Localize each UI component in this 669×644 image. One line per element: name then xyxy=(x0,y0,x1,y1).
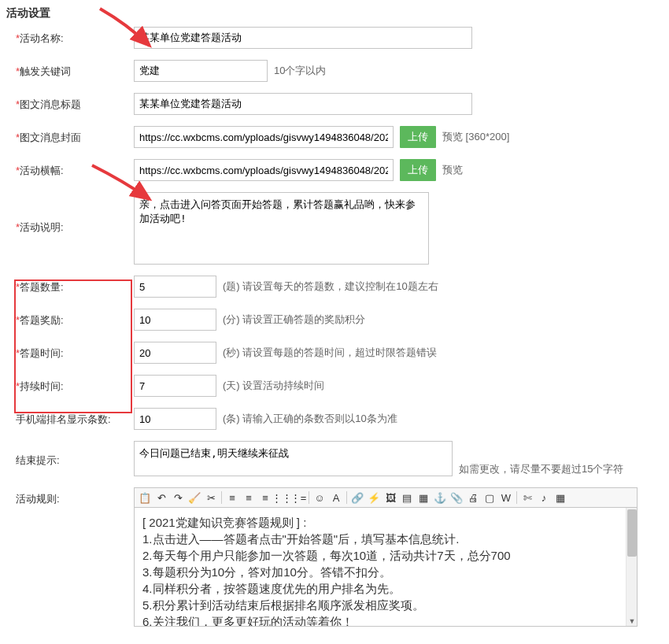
activity-name-label: *活动名称: xyxy=(16,27,134,46)
music-icon[interactable]: ♪ xyxy=(537,490,551,505)
rule-line: 4.同样积分者，按答题速度优先的用户排名为先。 xyxy=(142,580,629,597)
article-cover-upload-button[interactable]: 上传 xyxy=(400,126,436,148)
template-icon[interactable]: ▢ xyxy=(482,490,497,505)
activity-desc-textarea[interactable] xyxy=(134,192,429,265)
trigger-keyword-hint: 10个字以内 xyxy=(274,64,326,78)
article-cover-input[interactable] xyxy=(134,126,394,148)
anchor-icon[interactable]: ⚓ xyxy=(433,490,447,505)
print-icon[interactable]: 🖨 xyxy=(466,490,480,505)
forecolor-icon[interactable]: A xyxy=(329,490,343,505)
editor-body[interactable]: [ 2021党建知识竞赛答题规则 ] :1.点击进入——答题者点击"开始答题"后… xyxy=(135,508,637,626)
editor-toolbar: 📋↶↷🧹✂≡≡≡⋮⋮⋮=☺A🔗⚡🖼▤▦⚓📎🖨▢W✄♪▦ xyxy=(135,488,637,508)
activity-banner-upload-button[interactable]: 上传 xyxy=(400,159,436,181)
align-left-icon[interactable]: ≡ xyxy=(225,490,239,505)
question-time-input[interactable] xyxy=(134,342,216,364)
rank-count-label: 手机端排名显示条数: xyxy=(16,408,134,427)
rank-count-hint: (条) 请输入正确的条数否则以10条为准 xyxy=(223,412,397,426)
article-title-input[interactable] xyxy=(134,93,472,115)
toolbar-separator xyxy=(221,491,222,504)
question-count-label: *答题数量: xyxy=(16,276,134,294)
toolbar-separator xyxy=(309,491,309,504)
undo-icon[interactable]: ↶ xyxy=(154,490,168,505)
question-time-label: *答题时间: xyxy=(16,342,134,361)
rule-line: 5.积分累计到活动结束后根据排名顺序派发相应奖项。 xyxy=(142,597,629,613)
end-hint-textarea[interactable] xyxy=(134,441,453,476)
article-cover-hint: 预览 [360*200] xyxy=(442,130,509,144)
question-reward-label: *答题奖励: xyxy=(16,309,134,328)
cut-icon[interactable]: ✄ xyxy=(520,490,534,505)
rule-line: 2.每天每个用户只能参加一次答题，每次10道，活动共计7天，总分700 xyxy=(142,547,629,564)
unlink-icon[interactable]: ⚡ xyxy=(367,490,381,505)
toolbar-separator xyxy=(346,491,347,504)
end-hint-side-hint: 如需更改，请尽量不要超过15个字符 xyxy=(459,463,623,475)
question-count-hint: (题) 请设置每天的答题数，建议控制在10题左右 xyxy=(223,279,438,294)
attachment-icon[interactable]: 📎 xyxy=(449,490,464,505)
scroll-thumb[interactable] xyxy=(627,509,637,557)
redo-icon[interactable]: ↷ xyxy=(171,490,185,505)
duration-input[interactable] xyxy=(134,375,216,397)
activity-banner-label: *活动横幅: xyxy=(16,159,134,178)
page-title: 活动设置 xyxy=(0,0,669,27)
video-icon[interactable]: ▤ xyxy=(400,490,414,505)
align-right-icon[interactable]: ≡ xyxy=(258,490,272,505)
trigger-keyword-input[interactable] xyxy=(134,60,268,82)
activity-desc-label: *活动说明: xyxy=(16,192,134,235)
source-icon[interactable]: 📋 xyxy=(138,490,152,505)
emoticon-icon[interactable]: ☺ xyxy=(312,490,327,505)
rule-line: 6.关注我们，更多更好玩的活动等着你！ xyxy=(142,613,629,626)
duration-label: *持续时间: xyxy=(16,375,134,394)
code-icon[interactable]: ▦ xyxy=(553,490,567,505)
rule-line: 1.点击进入——答题者点击"开始答题"后，填写基本信息统计. xyxy=(142,531,629,547)
rule-line: 3.每题积分为10分，答对加10分。答错不扣分。 xyxy=(142,564,629,580)
removeformat-icon[interactable]: ✂ xyxy=(204,490,218,505)
article-cover-label: *图文消息封面 xyxy=(16,126,134,145)
toolbar-separator xyxy=(516,491,517,504)
list-ol-icon[interactable]: ⋮⋮ xyxy=(275,490,289,505)
scrollbar[interactable]: ▲ ▼ xyxy=(626,508,637,626)
activity-banner-input[interactable] xyxy=(134,159,394,181)
rank-count-input[interactable] xyxy=(134,408,216,430)
trigger-keyword-label: *触发关键词 xyxy=(16,60,134,79)
article-title-label: *图文消息标题 xyxy=(16,93,134,112)
duration-hint: (天) 设置活动持续时间 xyxy=(223,379,324,393)
rule-line: [ 2021党建知识竞赛答题规则 ] : xyxy=(142,514,629,531)
scroll-down-icon[interactable]: ▼ xyxy=(627,616,637,626)
list-ul-icon[interactable]: ⋮= xyxy=(291,490,305,505)
activity-name-input[interactable] xyxy=(134,27,472,49)
question-time-hint: (秒) 请设置每题的答题时间，超过时限答题错误 xyxy=(223,346,437,360)
cleardoc-icon[interactable]: 🧹 xyxy=(187,490,201,505)
image-icon[interactable]: 🖼 xyxy=(383,490,397,505)
question-reward-input[interactable] xyxy=(134,309,216,331)
rich-editor: 📋↶↷🧹✂≡≡≡⋮⋮⋮=☺A🔗⚡🖼▤▦⚓📎🖨▢W✄♪▦ [ 2021党建知识竞赛… xyxy=(134,487,638,627)
align-center-icon[interactable]: ≡ xyxy=(242,490,256,505)
link-icon[interactable]: 🔗 xyxy=(350,490,364,505)
pasteword-icon[interactable]: W xyxy=(499,490,513,505)
question-reward-hint: (分) 请设置正确答题的奖励积分 xyxy=(223,313,365,327)
activity-banner-hint: 预览 xyxy=(442,163,463,177)
end-hint-label: 结束提示: xyxy=(16,441,134,468)
question-count-input[interactable] xyxy=(134,276,216,298)
activity-rules-label: 活动规则: xyxy=(16,487,134,506)
table-icon[interactable]: ▦ xyxy=(416,490,431,505)
